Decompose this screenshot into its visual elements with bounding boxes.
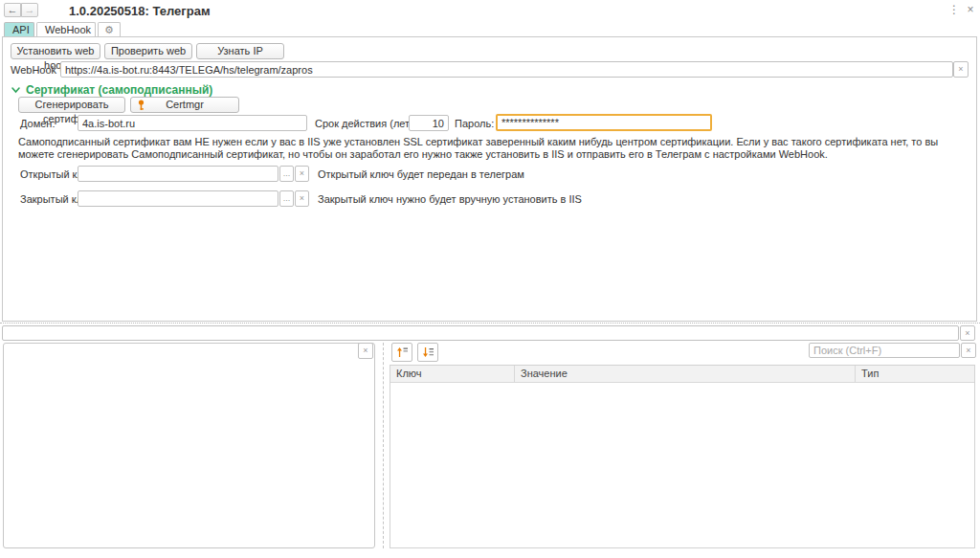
validity-input[interactable] — [409, 115, 449, 131]
certificate-note: Самоподписанный сертификат вам НЕ нужен … — [18, 136, 975, 161]
clear-icon: × — [300, 193, 304, 203]
clear-icon: × — [300, 168, 304, 178]
tab-webhook-label: WebHook — [45, 24, 91, 35]
certificate-group-header[interactable]: Сертификат (самоподписанный) — [11, 83, 212, 97]
clear-icon: × — [966, 346, 970, 355]
public-key-choose-button[interactable]: ... — [279, 166, 294, 182]
tab-api-label: API — [12, 24, 30, 35]
command-input[interactable] — [2, 325, 959, 341]
key-value-table[interactable]: Ключ Значение Тип — [390, 365, 975, 548]
ellipsis-icon: ... — [283, 193, 291, 203]
webhook-url-clear-button[interactable]: × — [953, 61, 969, 78]
check-webhook-button[interactable]: Проверить web hook — [104, 43, 192, 59]
expand-all-icon — [422, 346, 434, 358]
tab-settings[interactable]: ⚙ — [98, 22, 121, 37]
result-text-clear-button[interactable]: × — [358, 343, 373, 359]
horizontal-splitter[interactable] — [0, 323, 980, 324]
webhook-url-input[interactable] — [60, 61, 953, 78]
close-icon: × — [967, 3, 973, 16]
column-header-type[interactable]: Тип — [856, 366, 974, 382]
more-menu-button[interactable]: ⋮ — [947, 3, 961, 16]
private-key-clear-button[interactable]: × — [295, 190, 309, 207]
column-header-key[interactable]: Ключ — [390, 366, 515, 382]
validity-label: Срок действия (лет): — [315, 118, 416, 129]
chevron-down-icon — [11, 85, 21, 95]
password-input[interactable] — [496, 114, 712, 131]
domain-label: Домен: — [20, 118, 56, 129]
ellipsis-icon: ... — [283, 168, 291, 178]
certmgr-button[interactable]: Certmgr — [130, 97, 239, 113]
key-icon — [137, 100, 145, 115]
clear-icon: × — [958, 64, 963, 74]
window-header: ← → 1.0.20250518: Телеграм ⋮ × — [0, 0, 980, 21]
forward-icon: → — [25, 4, 35, 15]
collapse-all-button[interactable] — [391, 343, 412, 362]
expand-all-button[interactable] — [417, 343, 438, 362]
command-clear-button[interactable]: × — [960, 325, 975, 341]
collapse-all-icon — [396, 346, 409, 358]
public-key-input[interactable] — [78, 166, 278, 182]
table-body[interactable] — [390, 383, 974, 547]
result-text-panel[interactable] — [3, 343, 375, 548]
column-header-value[interactable]: Значение — [515, 366, 856, 382]
tab-content-webhook: Установить web hook Проверить web hook У… — [2, 36, 977, 322]
vertical-splitter[interactable] — [383, 343, 384, 548]
domain-input[interactable] — [78, 115, 307, 131]
tab-api[interactable]: API — [4, 22, 34, 37]
password-label: Пароль: — [455, 118, 494, 129]
forward-button[interactable]: → — [21, 3, 38, 17]
set-webhook-button[interactable]: Установить web hook — [11, 43, 100, 59]
back-button[interactable]: ← — [4, 3, 21, 17]
certificate-group-title: Сертификат (самоподписанный) — [26, 83, 212, 97]
private-key-input[interactable] — [78, 190, 278, 207]
public-key-clear-button[interactable]: × — [295, 166, 309, 182]
search-clear-button[interactable]: × — [961, 343, 976, 358]
tab-webhook[interactable]: WebHook — [36, 22, 96, 37]
public-key-hint: Открытый ключ будет передан в телеграм — [318, 168, 524, 180]
clear-icon: × — [965, 328, 969, 338]
more-icon: ⋮ — [948, 3, 960, 16]
clear-icon: × — [363, 346, 368, 355]
certmgr-label: Certmgr — [166, 99, 204, 110]
generate-certificate-button[interactable]: Сгенерировать сертификат — [18, 97, 125, 113]
get-ip-button[interactable]: Узнать IP — [196, 43, 284, 59]
private-key-choose-button[interactable]: ... — [279, 190, 294, 207]
gear-icon: ⚙ — [104, 24, 114, 35]
table-header-row: Ключ Значение Тип — [390, 366, 974, 383]
search-input[interactable] — [809, 343, 960, 358]
page-title: 1.0.20250518: Телеграм — [69, 4, 211, 18]
private-key-hint: Закрытый ключ нужно будет вручную устано… — [318, 193, 582, 205]
back-icon: ← — [8, 4, 18, 15]
close-window-button[interactable]: × — [964, 3, 977, 16]
get-ip-label: Узнать IP — [217, 45, 263, 56]
